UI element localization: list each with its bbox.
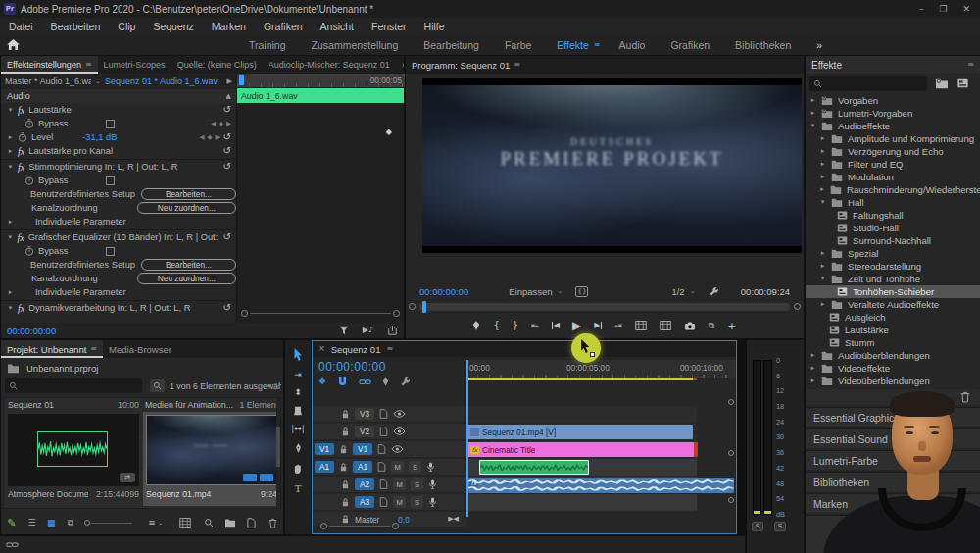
- tab-programm[interactable]: Programm: Sequenz 01≡: [406, 56, 526, 74]
- step-back-icon[interactable]: ◀: [552, 322, 560, 329]
- tree-item-audiouberblendungen[interactable]: ▸Audioüberblendungen: [806, 349, 980, 362]
- add-marker-icon[interactable]: [382, 377, 389, 386]
- tree-item-audioeffekte[interactable]: ▾Audioeffekte: [806, 120, 980, 132]
- track-height-handle[interactable]: [728, 399, 734, 405]
- close-button[interactable]: ✕: [962, 5, 970, 14]
- play-audio-icon[interactable]: ▶♪: [363, 326, 373, 335]
- tree-item-tonhoehen-schieber[interactable]: Tonhöhen-Schieber: [806, 285, 980, 298]
- stopwatch-icon[interactable]: [24, 246, 34, 256]
- tree-item-rauschminderung[interactable]: ▸Rauschminderung/Wiederherstellung: [806, 183, 980, 196]
- fx-row-stimmoptimierung[interactable]: ▾ fx Stimmoptimierung In: L, R | Out: L,…: [1, 160, 236, 174]
- neu-zuordnen-button[interactable]: Neu zuordnen...: [137, 202, 236, 214]
- mini-clip-audio[interactable]: Audio 1_6.wav: [237, 88, 404, 103]
- menu-fenster[interactable]: Fenster: [363, 21, 416, 32]
- clip-cinematic-title[interactable]: fx Cinematic Title: [467, 442, 694, 457]
- list-view-icon[interactable]: ☰: [23, 519, 42, 528]
- lock-icon[interactable]: [341, 409, 350, 420]
- chevron-right-icon[interactable]: ▸: [819, 148, 826, 155]
- delete-icon[interactable]: [262, 518, 283, 528]
- effect-controls-overflow[interactable]: »: [396, 56, 404, 74]
- minimize-button[interactable]: –: [919, 5, 924, 14]
- project-scrollbar[interactable]: [276, 398, 280, 508]
- clip-sequenz-01-v[interactable]: Sequenz 01.mp4 [V]: [467, 425, 693, 439]
- bypass-checkbox[interactable]: [106, 176, 115, 185]
- effect-controls-timecode[interactable]: 00:00:00:00: [7, 326, 56, 336]
- timeline-timecode[interactable]: 00:00:00:00: [318, 360, 386, 374]
- lift-icon[interactable]: [635, 321, 647, 330]
- chevron-right-icon[interactable]: ▸: [809, 352, 816, 359]
- play-button-icon[interactable]: ▶: [572, 320, 581, 331]
- menu-datei[interactable]: Datei: [0, 21, 42, 32]
- solo-right-button[interactable]: S: [774, 522, 786, 531]
- new-bin-icon[interactable]: [934, 392, 947, 403]
- tree-item-videouberblendungen[interactable]: ▸Videoüberblendungen: [806, 375, 980, 387]
- timeline-playhead[interactable]: [466, 360, 468, 517]
- program-scrubber[interactable]: [419, 303, 790, 311]
- master-gain-value[interactable]: 0,0: [398, 515, 410, 525]
- workspace-tab-zusammenstellung[interactable]: Zusammenstellung: [299, 39, 412, 51]
- level-value[interactable]: -31,1 dB: [82, 132, 117, 142]
- mark-in-icon[interactable]: {: [493, 321, 499, 330]
- tree-item-zeit-tonhoehe[interactable]: ▾Zeit und Tonhöhe: [806, 273, 980, 285]
- lock-icon[interactable]: [341, 427, 350, 437]
- panel-menu-icon[interactable]: ≡: [514, 61, 520, 69]
- chevron-down-icon[interactable]: ▾: [7, 234, 13, 241]
- param-row-custom-setup[interactable]: Benutzerdefiniertes Setup Bearbeiten...: [1, 258, 236, 272]
- param-row-level[interactable]: ▸ Level -31,1 dB ◀◆▶↺: [1, 130, 236, 144]
- chevron-right-icon[interactable]: ▸: [7, 289, 14, 296]
- panel-menu-icon[interactable]: ≡: [90, 345, 97, 353]
- tree-item-stereodarstellung[interactable]: ▸Stereodarstellung: [806, 260, 980, 273]
- timeline-zoom-scrollbar[interactable]: [320, 523, 399, 529]
- chevron-right-icon[interactable]: ▸: [809, 377, 816, 384]
- add-marker-icon[interactable]: [472, 321, 480, 330]
- fx-row-dynamikverarbeitung[interactable]: ▾ fx Dynamikverarbeitung In: L, R | Out:…: [1, 301, 236, 315]
- extract-icon[interactable]: [660, 321, 671, 330]
- chevron-down-icon[interactable]: ▾: [7, 164, 14, 171]
- param-row-individual[interactable]: ▸ Individuelle Parameter: [1, 285, 236, 299]
- hand-tool[interactable]: [293, 463, 303, 475]
- project-file-name[interactable]: Unbenannt.prproj: [26, 363, 98, 374]
- reset-icon[interactable]: ↺: [223, 105, 231, 115]
- track-height-handle[interactable]: [728, 450, 734, 456]
- work-area-bar[interactable]: [466, 378, 693, 380]
- sync-lock-icon[interactable]: [377, 444, 386, 454]
- mark-out-icon[interactable]: }: [513, 321, 518, 330]
- bypass-checkbox[interactable]: [106, 247, 115, 256]
- workspace-overflow[interactable]: »: [804, 39, 835, 51]
- type-tool[interactable]: T: [295, 483, 302, 494]
- sync-lock-icon[interactable]: [379, 497, 388, 507]
- zoom-handle-right[interactable]: [392, 523, 399, 529]
- reset-icon[interactable]: ↺: [223, 146, 231, 156]
- fx-row-lautstaerke[interactable]: ▾ fx Lautstärke ↺: [1, 103, 236, 117]
- thumbnail-zoom-slider[interactable]: [80, 520, 132, 526]
- lock-icon[interactable]: [341, 479, 350, 490]
- nest-sequence-icon[interactable]: ❖: [318, 377, 326, 386]
- chevron-down-icon[interactable]: ⌄: [95, 78, 101, 85]
- stopwatch-icon[interactable]: [24, 176, 34, 185]
- effect-controls-mini-timeline[interactable]: 00:00:05 Audio 1_6.wav ◆: [236, 74, 404, 323]
- track-header-a2[interactable]: A2MS: [313, 477, 466, 493]
- program-timecode[interactable]: 00:00:00:00: [419, 286, 468, 297]
- pen-tool[interactable]: [294, 442, 303, 454]
- mute-button[interactable]: M: [393, 496, 406, 508]
- workspace-tab-training[interactable]: Training: [236, 39, 299, 51]
- panel-tab-marken[interactable]: Marken: [806, 493, 980, 513]
- sequence-clip-label[interactable]: Sequenz 01 * Audio 1_6.wav: [105, 76, 218, 86]
- param-row-bypass[interactable]: Bypass ◀◆▶: [1, 117, 236, 130]
- fit-dropdown[interactable]: Einpassen: [509, 286, 552, 297]
- maximize-button[interactable]: ❐: [939, 5, 947, 14]
- new-custom-bin-icon[interactable]: [935, 77, 949, 89]
- tab-effekteinstellungen[interactable]: Effekteinstellungen≡: [1, 56, 98, 74]
- tree-item-amplitude[interactable]: ▸Amplitude und Komprimierung: [806, 132, 980, 145]
- settings-braces-icon[interactable]: {}: [575, 286, 588, 297]
- stopwatch-icon[interactable]: [24, 119, 34, 128]
- tab-lumetri-scopes[interactable]: Lumetri-Scopes: [98, 56, 172, 74]
- step-forward-icon[interactable]: ▶: [594, 322, 602, 329]
- tree-item-stumm[interactable]: Stumm: [806, 336, 980, 349]
- panel-menu-icon[interactable]: ≡: [85, 61, 92, 69]
- workspace-menu-icon[interactable]: ≡: [594, 41, 601, 49]
- chevron-down-icon[interactable]: ▾: [809, 123, 816, 129]
- lock-icon[interactable]: [339, 462, 348, 473]
- play-toggle-icon[interactable]: ▶: [227, 78, 236, 85]
- sync-lock-icon[interactable]: [377, 462, 386, 472]
